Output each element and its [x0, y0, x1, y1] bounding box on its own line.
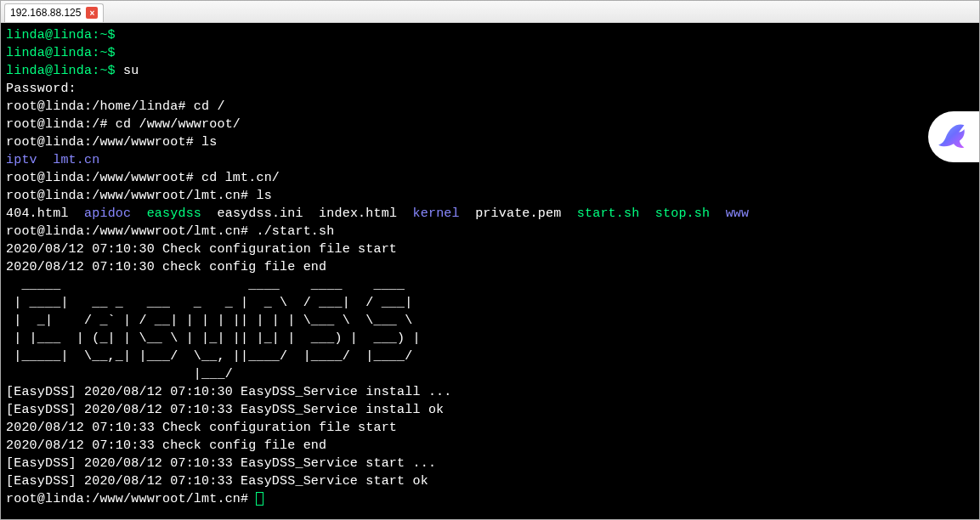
ascii-art: |___/ [6, 367, 233, 382]
password-label: Password: [6, 82, 76, 96]
output-line: [EasyDSS] 2020/08/12 07:10:33 EasyDSS_Se… [6, 403, 444, 417]
tab-bar: 192.168.88.125 × [1, 1, 979, 23]
cmd-text: su [123, 64, 139, 78]
terminal[interactable]: linda@linda:~$ linda@linda:~$ linda@lind… [1, 23, 979, 519]
list-item: apidoc [84, 206, 131, 221]
tab-label: 192.168.88.125 [10, 7, 81, 19]
list-item: easydss.ini [217, 206, 303, 221]
list-item: iptv [6, 153, 37, 167]
ascii-art: |_____| \__,_| |___/ \__, ||____/ |____/… [6, 349, 412, 364]
output-line: [EasyDSS] 2020/08/12 07:10:33 EasyDSS_Se… [6, 456, 436, 471]
output-line: 2020/08/12 07:10:33 check config file en… [6, 438, 326, 453]
bird-logo-icon[interactable] [928, 111, 979, 162]
prompt-root: root@linda:/www/wwwroot/lmt.cn# [6, 224, 256, 239]
output-line: 2020/08/12 07:10:33 Check configuration … [6, 421, 397, 435]
prompt-root: root@linda:/www/wwwroot# [6, 171, 201, 185]
cmd-text: ls [256, 189, 271, 203]
list-item: 404.html [6, 206, 69, 221]
output-line: [EasyDSS] 2020/08/12 07:10:30 EasyDSS_Se… [6, 385, 451, 399]
list-item: lmt.cn [53, 153, 99, 167]
cmd-text: ./start.sh [256, 224, 334, 239]
prompt-root: root@linda:/# [6, 117, 116, 132]
prompt-root: root@linda:/www/wwwroot# [6, 135, 201, 150]
ascii-art: | ____| __ _ ___ _ _ | _ \ / ___| / ___| [6, 296, 412, 310]
prompt-root: root@linda:/home/linda# [6, 99, 194, 114]
prompt-user: linda@linda:~$ [6, 64, 123, 78]
list-item: www [726, 206, 750, 221]
prompt-user: linda@linda:~$ [6, 28, 116, 42]
cursor [256, 492, 263, 506]
cmd-text: cd / [194, 99, 225, 114]
output-line: [EasyDSS] 2020/08/12 07:10:33 EasyDSS_Se… [6, 474, 428, 489]
list-item: private.pem [475, 206, 561, 221]
list-item: stop.sh [655, 206, 710, 221]
output-line: 2020/08/12 07:10:30 check config file en… [6, 260, 326, 274]
prompt-root: root@linda:/www/wwwroot/lmt.cn# [6, 189, 256, 203]
list-item: easydss [147, 206, 201, 221]
cmd-text: ls [201, 135, 217, 150]
close-icon[interactable]: × [86, 7, 98, 19]
ascii-art: | _| / _` | / __| | | | || | | | \___ \ … [6, 314, 412, 328]
cmd-text: cd lmt.cn/ [201, 171, 280, 185]
output-line: 2020/08/12 07:10:30 Check configuration … [6, 242, 397, 257]
prompt-root: root@linda:/www/wwwroot/lmt.cn# [6, 492, 256, 506]
ascii-art: _____ ____ ____ ____ [6, 278, 405, 292]
prompt-user: linda@linda:~$ [6, 46, 116, 60]
cmd-text: cd /www/wwwroot/ [116, 117, 241, 132]
list-item: start.sh [577, 206, 640, 221]
list-item: index.html [319, 206, 397, 221]
tab-ip[interactable]: 192.168.88.125 × [4, 3, 104, 22]
list-item: kernel [413, 206, 460, 221]
ascii-art: | |___ | (_| | \__ \ | |_| || |_| | ___)… [6, 331, 421, 346]
